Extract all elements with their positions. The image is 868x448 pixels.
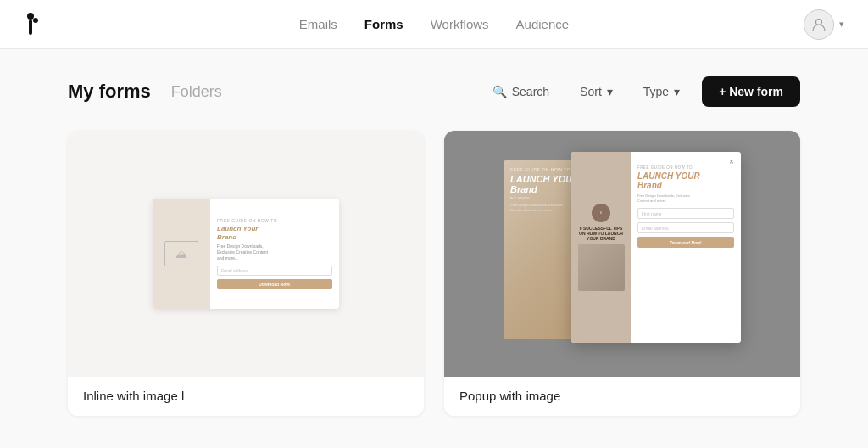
- svg-point-2: [33, 18, 38, 23]
- card-preview-popup: FREE GUIDE ON HOW TO LAUNCH YOURBrand IN…: [444, 131, 800, 377]
- popup-badge-text: 6: [600, 211, 602, 215]
- popup-close-icon[interactable]: ×: [726, 156, 737, 166]
- popup-modal-left: 6 6 SUCCESSFUL TIPSON HOW TO LAUNCHYOUR …: [571, 152, 631, 343]
- popup-badge: 6: [592, 204, 610, 222]
- new-form-label: + New form: [719, 85, 783, 98]
- nav-forms[interactable]: Forms: [364, 17, 403, 31]
- nav-emails[interactable]: Emails: [299, 17, 337, 31]
- type-label: Type: [643, 85, 669, 98]
- popup-left-title: 6 SUCCESSFUL TIPSON HOW TO LAUNCHYOUR BR…: [578, 226, 625, 241]
- popup-email-input: Email address: [637, 222, 734, 233]
- popup-tips-panel: 6 6 SUCCESSFUL TIPSON HOW TO LAUNCHYOUR …: [573, 197, 630, 298]
- avatar-chevron[interactable]: ▾: [839, 19, 844, 30]
- card-inline-image[interactable]: ⛰ FREE GUIDE ON HOW TO Launch YourBrand …: [68, 131, 424, 416]
- popup-modal: 6 6 SUCCESSFUL TIPSON HOW TO LAUNCHYOUR …: [571, 152, 741, 343]
- main-content: My forms Folders 🔍 Search Sort ▾ Type ▾ …: [0, 49, 868, 416]
- popup-firstname-input: First name: [637, 208, 734, 219]
- popup-right-title: LAUNCH YOURBrand: [637, 171, 734, 190]
- popup-form-preview: FREE GUIDE ON HOW TO LAUNCH YOURBrand IN…: [504, 152, 741, 356]
- inline-form-title: Launch YourBrand: [217, 225, 332, 241]
- tab-my-forms[interactable]: My forms: [68, 81, 151, 103]
- avatar[interactable]: [804, 9, 834, 40]
- inline-submit-button: Download Now!: [217, 279, 332, 289]
- new-form-button[interactable]: + New form: [702, 76, 800, 107]
- card-footer-inline: Inline with image l: [68, 377, 424, 416]
- svg-point-0: [27, 13, 34, 20]
- card-name-inline: Inline with image l: [83, 389, 184, 403]
- popup-modal-right: FREE GUIDE ON HOW TO LAUNCH YOURBrand Fr…: [631, 152, 741, 343]
- card-footer-popup: Popup with image: [444, 377, 800, 416]
- popup-submit-button: Download Now!: [637, 237, 734, 248]
- inline-email-input: Email address: [217, 266, 332, 276]
- page-tabs: My forms Folders: [68, 81, 222, 103]
- type-button[interactable]: Type ▾: [635, 80, 688, 104]
- logo[interactable]: [24, 13, 42, 36]
- page-actions: 🔍 Search Sort ▾ Type ▾ + New form: [484, 76, 800, 107]
- card-name-popup: Popup with image: [459, 389, 560, 403]
- sort-label: Sort: [580, 85, 602, 98]
- nav-audience[interactable]: Audience: [516, 17, 570, 31]
- inline-small-label: FREE GUIDE ON HOW TO: [217, 218, 332, 223]
- search-icon: 🔍: [492, 85, 507, 98]
- popup-right-small-label: FREE GUIDE ON HOW TO: [637, 165, 734, 170]
- search-button[interactable]: 🔍 Search: [484, 80, 558, 104]
- header-right: ▾: [804, 9, 844, 40]
- image-placeholder-icon: ⛰: [164, 241, 198, 266]
- popup-left-image: [578, 244, 625, 291]
- popup-right-desc: Free Design Downloads, ExclusiveContent …: [637, 193, 734, 203]
- inline-form-desc: Free Design Downloads,Exclusive Creative…: [217, 244, 332, 261]
- inline-form-content: FREE GUIDE ON HOW TO Launch YourBrand Fr…: [210, 210, 339, 298]
- inline-form-preview: ⛰ FREE GUIDE ON HOW TO Launch YourBrand …: [153, 199, 339, 309]
- cards-grid: ⛰ FREE GUIDE ON HOW TO Launch YourBrand …: [68, 131, 800, 416]
- inline-image-box: ⛰: [153, 199, 210, 309]
- sort-button[interactable]: Sort ▾: [571, 80, 621, 104]
- tab-folders[interactable]: Folders: [171, 83, 222, 101]
- card-popup-image[interactable]: FREE GUIDE ON HOW TO LAUNCH YOURBrand IN…: [444, 131, 800, 416]
- search-label: Search: [512, 85, 549, 98]
- type-chevron-icon: ▾: [674, 85, 680, 98]
- header: Emails Forms Workflows Audience ▾: [0, 0, 868, 49]
- svg-rect-1: [29, 20, 32, 35]
- card-preview-inline: ⛰ FREE GUIDE ON HOW TO Launch YourBrand …: [68, 131, 424, 377]
- page-header: My forms Folders 🔍 Search Sort ▾ Type ▾ …: [68, 49, 800, 131]
- sort-chevron-icon: ▾: [607, 85, 613, 98]
- main-nav: Emails Forms Workflows Audience: [299, 17, 569, 31]
- nav-workflows[interactable]: Workflows: [431, 17, 489, 31]
